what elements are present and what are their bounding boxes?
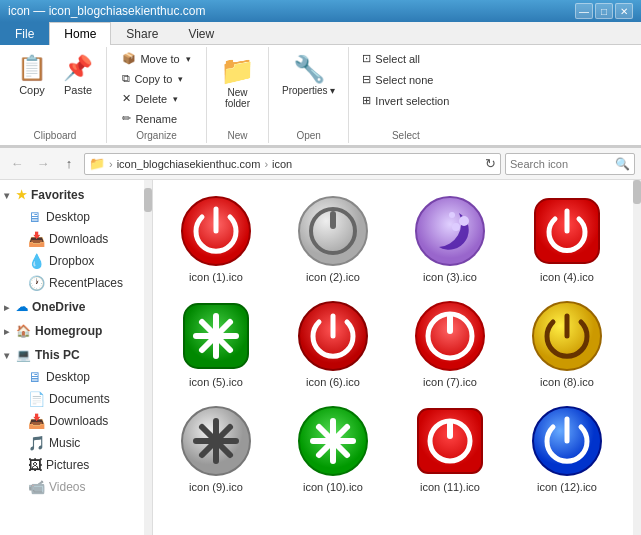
file-icon-5 [180, 300, 252, 372]
close-button[interactable]: ✕ [615, 3, 633, 19]
sidebar-item-desktop[interactable]: 🖥 Desktop [20, 206, 144, 228]
sidebar-thispc-header[interactable]: ▾ 💻 This PC [0, 344, 144, 366]
sidebar-item-recent-places[interactable]: 🕐 RecentPlaces [20, 272, 144, 294]
open-label: Open [296, 128, 320, 141]
properties-button[interactable]: 🔧 Properties ▾ [275, 49, 342, 101]
sidebar-item-thispc-documents[interactable]: 📄 Documents [20, 388, 144, 410]
back-button[interactable]: ← [6, 153, 28, 175]
select-all-icon: ⊡ [362, 52, 371, 65]
file-icon-11 [414, 405, 486, 477]
move-to-icon: 📦 [122, 52, 136, 65]
ribbon-group-organize: 📦 Move to ▾ ⧉ Copy to ▾ ✕ Delete ▾ ✏ Ren… [107, 47, 207, 143]
delete-label: Delete [135, 93, 167, 105]
file-item-12[interactable]: icon (12).ico [512, 398, 622, 499]
sidebar-item-downloads[interactable]: 📥 Downloads [20, 228, 144, 250]
file-item-5[interactable]: icon (5).ico [161, 293, 271, 394]
up-button[interactable]: ↑ [58, 153, 80, 175]
sidebar-onedrive-header[interactable]: ▸ ☁ OneDrive [0, 296, 144, 318]
tab-share[interactable]: Share [111, 22, 173, 45]
file-name-1: icon (1).ico [189, 271, 243, 284]
svg-rect-31 [447, 419, 453, 439]
select-all-label: Select all [375, 53, 420, 65]
sidebar-item-thispc-downloads[interactable]: 📥 Downloads [20, 410, 144, 432]
file-icon-3 [414, 195, 486, 267]
homegroup-icon: 🏠 [16, 324, 31, 338]
sidebar-item-thispc-music[interactable]: 🎵 Music [20, 432, 144, 454]
ribbon-content: 📋 Copy 📌 Paste Clipboard 📦 Move to ▾ [0, 45, 641, 147]
move-to-arrow: ▾ [186, 54, 191, 64]
file-item-11[interactable]: icon (11).ico [395, 398, 505, 499]
file-name-10: icon (10).ico [303, 481, 363, 494]
search-icon[interactable]: 🔍 [615, 157, 630, 171]
file-item-1[interactable]: icon (1).ico [161, 188, 271, 289]
file-item-3[interactable]: icon (3).ico [395, 188, 505, 289]
svg-rect-17 [447, 314, 453, 334]
svg-point-4 [416, 197, 484, 265]
onedrive-expand-icon: ▸ [4, 302, 16, 313]
favorites-star-icon: ★ [16, 188, 27, 202]
move-to-button[interactable]: 📦 Move to ▾ [115, 49, 197, 68]
select-label: Select [392, 128, 420, 141]
thispc-documents-label: Documents [49, 392, 110, 406]
downloads-icon: 📥 [28, 231, 45, 247]
sidebar-section-onedrive: ▸ ☁ OneDrive [0, 296, 144, 318]
tab-view[interactable]: View [173, 22, 229, 45]
copy-icon: 📋 [17, 54, 47, 82]
invert-selection-button[interactable]: ⊞ Invert selection [355, 91, 456, 110]
desktop-label: Desktop [46, 210, 90, 224]
address-bar[interactable]: 📁 › icon_blogchiasekienthuc.com › icon ↻ [84, 153, 501, 175]
select-none-button[interactable]: ⊟ Select none [355, 70, 456, 89]
copy-button[interactable]: 📋 Copy [10, 49, 54, 101]
sidebar-item-thispc-videos[interactable]: 📹 Videos [20, 476, 144, 498]
delete-button[interactable]: ✕ Delete ▾ [115, 89, 197, 108]
paste-cut-col: 📌 Paste [56, 49, 100, 101]
sidebar-item-dropbox[interactable]: 💧 Dropbox [20, 250, 144, 272]
file-name-3: icon (3).ico [423, 271, 477, 284]
select-all-button[interactable]: ⊡ Select all [355, 49, 456, 68]
file-icon-7 [414, 300, 486, 372]
search-input[interactable] [510, 158, 615, 170]
sidebar-item-thispc-desktop[interactable]: 🖥 Desktop [20, 366, 144, 388]
file-name-6: icon (6).ico [306, 376, 360, 389]
thispc-videos-icon: 📹 [28, 479, 45, 495]
file-icon-10 [297, 405, 369, 477]
properties-icon: 🔧 [293, 54, 325, 85]
breadcrumb-part1: icon_blogchiasekienthuc.com [117, 158, 261, 170]
minimize-button[interactable]: — [575, 3, 593, 19]
file-item-2[interactable]: icon (2).ico [278, 188, 388, 289]
new-folder-button[interactable]: 📁 Newfolder [213, 49, 262, 114]
file-item-10[interactable]: icon (10).ico [278, 398, 388, 499]
copy-to-button[interactable]: ⧉ Copy to ▾ [115, 69, 197, 88]
file-item-4[interactable]: icon (4).ico [512, 188, 622, 289]
move-to-label: Move to [140, 53, 179, 65]
file-icon-9 [180, 405, 252, 477]
file-grid: icon (1).ico icon (2).ico icon (3).ico i… [153, 180, 633, 535]
file-item-9[interactable]: icon (9).ico [161, 398, 271, 499]
file-icon-8 [531, 300, 603, 372]
paste-button[interactable]: 📌 Paste [56, 49, 100, 101]
properties-label: Properties ▾ [282, 85, 335, 96]
maximize-button[interactable]: □ [595, 3, 613, 19]
sidebar-favorites-header[interactable]: ▾ ★ Favorites [0, 184, 144, 206]
tab-home[interactable]: Home [49, 22, 111, 45]
thispc-documents-icon: 📄 [28, 391, 45, 407]
file-item-6[interactable]: icon (6).ico [278, 293, 388, 394]
sidebar-scrollbar[interactable] [145, 180, 153, 535]
recent-places-label: RecentPlaces [49, 276, 123, 290]
downloads-label: Downloads [49, 232, 108, 246]
dropbox-label: Dropbox [49, 254, 94, 268]
right-scrollbar[interactable] [633, 180, 641, 535]
sidebar-item-thispc-pictures[interactable]: 🖼 Pictures [20, 454, 144, 476]
file-name-2: icon (2).ico [306, 271, 360, 284]
refresh-button[interactable]: ↻ [485, 156, 496, 171]
thispc-pictures-label: Pictures [46, 458, 89, 472]
breadcrumb-folder-icon: 📁 [89, 156, 105, 171]
forward-button[interactable]: → [32, 153, 54, 175]
file-item-8[interactable]: icon (8).ico [512, 293, 622, 394]
tab-file[interactable]: File [0, 22, 49, 45]
rename-button[interactable]: ✏ Rename [115, 109, 197, 128]
file-item-7[interactable]: icon (7).ico [395, 293, 505, 394]
sidebar-homegroup-header[interactable]: ▸ 🏠 Homegroup [0, 320, 144, 342]
thispc-downloads-icon: 📥 [28, 413, 45, 429]
file-name-8: icon (8).ico [540, 376, 594, 389]
